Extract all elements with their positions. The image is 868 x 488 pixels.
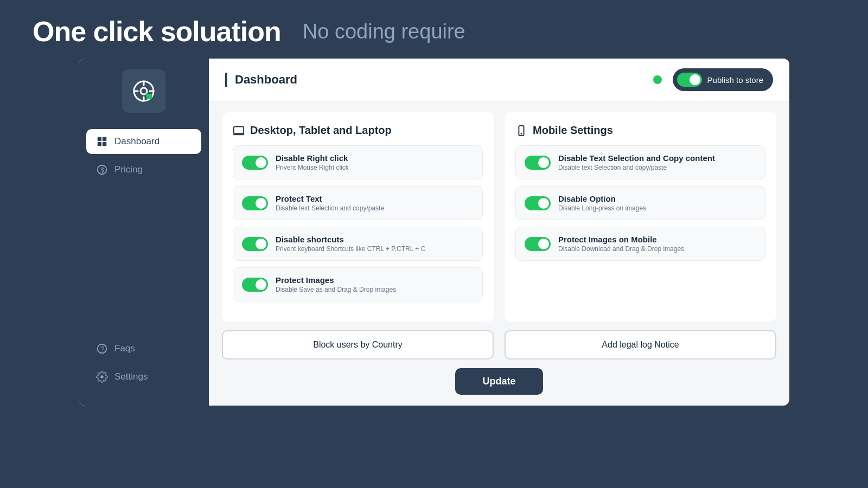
block-users-button[interactable]: Block users by Country: [222, 330, 494, 359]
svg-rect-8: [98, 137, 101, 141]
sidebar-item-settings[interactable]: Settings: [86, 364, 201, 389]
mobile-icon: [515, 125, 527, 137]
question-icon: ?: [96, 343, 108, 355]
gear-icon: [96, 371, 108, 383]
sidebar-item-faqs[interactable]: ? Faqs: [86, 336, 201, 361]
feature-protect-images: Protect Images Disable Save as and Drag …: [233, 267, 483, 301]
topbar-right: Publish to store: [653, 68, 773, 91]
toggle-disable-option[interactable]: [525, 196, 551, 210]
desktop-section-title: Desktop, Tablet and Laptop: [233, 124, 483, 137]
header-title: One click soluation: [33, 15, 281, 48]
sidebar-nav: Dashboard $ Pricing: [79, 129, 209, 336]
sidebar-item-faqs-label: Faqs: [114, 343, 135, 354]
feature-name: Protect Text: [276, 194, 384, 203]
topbar: Dashboard Publish to store: [209, 59, 789, 101]
update-row: Update: [209, 368, 789, 406]
toggle-disable-right-click[interactable]: [242, 156, 268, 170]
publish-label: Publish to store: [707, 75, 763, 85]
feature-disable-right-click: Disable Right click Privent Mouse Right …: [233, 145, 483, 179]
content-area: Dashboard Publish to store: [209, 59, 789, 406]
feature-name: Disable shortcuts: [276, 235, 425, 244]
toggle-protect-images[interactable]: [242, 278, 268, 292]
publish-toggle-button[interactable]: Publish to store: [673, 68, 773, 91]
svg-rect-16: [234, 126, 244, 133]
feature-desc: Disable Save as and Drag & Drop images: [276, 286, 396, 293]
mobile-section-title: Mobile Settings: [515, 124, 765, 137]
toggle-protect-images-mobile[interactable]: [525, 237, 551, 251]
feature-name: Disable Right click: [276, 153, 349, 163]
toggle-disable-text-selection[interactable]: [525, 156, 551, 170]
sidebar-item-pricing-label: Pricing: [114, 164, 143, 175]
feature-disable-option: Disable Option Disable Long-press on ima…: [515, 186, 765, 220]
main-container: Dashboard $ Pricing ? Faqs: [79, 59, 789, 406]
toggle-disable-shortcuts[interactable]: [242, 237, 268, 251]
desktop-section: Desktop, Tablet and Laptop Disable Right…: [222, 112, 494, 322]
bottom-buttons-row: Block users by Country Add legal log Not…: [209, 322, 789, 368]
legal-notice-button[interactable]: Add legal log Notice: [505, 330, 776, 359]
sidebar-item-pricing[interactable]: $ Pricing: [86, 157, 201, 182]
feature-protect-images-mobile: Protect Images on Mobile Disable Downloa…: [515, 227, 765, 261]
dollar-icon: $: [96, 164, 108, 176]
sidebar-item-settings-label: Settings: [114, 371, 148, 382]
laptop-icon: [233, 125, 245, 137]
sections-grid: Desktop, Tablet and Laptop Disable Right…: [209, 101, 789, 322]
feature-name: Disable Option: [558, 194, 646, 203]
toggle-knob: [690, 74, 700, 85]
svg-text:?: ?: [101, 345, 105, 353]
svg-rect-10: [98, 142, 101, 146]
grid-icon: [96, 136, 108, 147]
status-dot: [653, 75, 662, 84]
toggle-protect-text[interactable]: [242, 196, 268, 210]
feature-desc: Disable Download and Drag & Drop images: [558, 245, 684, 253]
feature-desc: Disable text Selection and copy/paste: [276, 204, 384, 212]
svg-rect-7: [145, 93, 148, 95]
feature-disable-shortcuts: Disable shortcuts Privent keyboard Short…: [233, 227, 483, 261]
feature-disable-text-selection: Disable Text Selection and Copy content …: [515, 145, 765, 179]
sidebar: Dashboard $ Pricing ? Faqs: [79, 59, 209, 406]
feature-name: Protect Images on Mobile: [558, 235, 684, 244]
feature-desc: Privent Mouse Right click: [276, 164, 349, 171]
page-title: Dashboard: [225, 73, 297, 87]
update-button[interactable]: Update: [455, 368, 542, 395]
mobile-section: Mobile Settings Disable Text Selection a…: [505, 112, 776, 322]
sidebar-item-dashboard[interactable]: Dashboard: [86, 129, 201, 154]
feature-desc: Disable text Selection and copy/paste: [558, 164, 715, 171]
sidebar-bottom-nav: ? Faqs Settings: [79, 336, 209, 389]
header-subtitle: No coding require: [303, 20, 465, 43]
feature-name: Protect Images: [276, 275, 396, 285]
page-header: One click soluation No coding require: [0, 0, 868, 59]
sidebar-item-dashboard-label: Dashboard: [114, 136, 159, 147]
feature-name: Disable Text Selection and Copy content: [558, 153, 715, 163]
feature-desc: Disable Long-press on images: [558, 204, 646, 212]
svg-rect-11: [103, 142, 106, 146]
feature-desc: Privent keyboard Shortcuts like CTRL + P…: [276, 245, 425, 253]
svg-rect-9: [103, 137, 106, 141]
toggle-switch[interactable]: [677, 73, 702, 87]
svg-text:$: $: [100, 166, 104, 174]
app-logo: [122, 69, 165, 113]
feature-protect-text: Protect Text Disable text Selection and …: [233, 186, 483, 220]
